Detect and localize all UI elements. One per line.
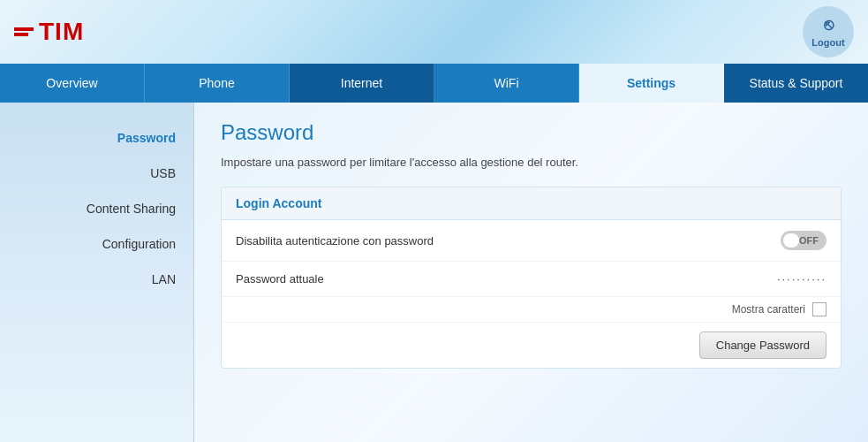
show-chars-label: Mostra caratteri xyxy=(732,303,805,316)
page-description: Impostare una password per limitare l'ac… xyxy=(221,156,842,169)
logout-button[interactable]: ⎋ Logout xyxy=(803,6,854,57)
brand-name: TIM xyxy=(39,18,84,46)
show-chars-checkbox[interactable] xyxy=(812,302,826,316)
current-password-label: Password attuale xyxy=(236,272,324,286)
disable-auth-row: Disabilita autenticazione con password O… xyxy=(222,220,841,262)
logo: TIM xyxy=(14,18,84,46)
logout-label: Logout xyxy=(811,37,844,48)
main-content: Password Impostare una password per limi… xyxy=(194,103,868,442)
disable-auth-label: Disabilita autenticazione con password xyxy=(236,234,434,248)
toggle-off-label: OFF xyxy=(799,235,822,246)
sidebar-item-usb[interactable]: USB xyxy=(0,156,193,191)
sidebar-item-content-sharing[interactable]: Content Sharing xyxy=(0,191,193,226)
page-title: Password xyxy=(221,120,842,145)
nav-item-support[interactable]: Status & Support xyxy=(724,64,868,103)
sidebar-item-password[interactable]: Password xyxy=(0,120,193,156)
show-chars-row: Mostra caratteri xyxy=(222,297,841,323)
sidebar-item-lan[interactable]: LAN xyxy=(0,262,193,297)
nav-item-overview[interactable]: Overview xyxy=(0,64,145,103)
section-title: Login Account xyxy=(222,187,841,220)
disable-auth-toggle[interactable]: OFF xyxy=(781,231,826,250)
current-password-value: ·········· xyxy=(777,272,826,286)
current-password-row: Password attuale ·········· xyxy=(222,262,841,297)
nav-item-phone[interactable]: Phone xyxy=(145,64,290,103)
nav-item-internet[interactable]: Internet xyxy=(290,64,434,103)
login-account-section: Login Account Disabilita autenticazione … xyxy=(221,187,842,369)
sidebar: Password USB Content Sharing Configurati… xyxy=(0,103,194,442)
change-password-row: Change Password xyxy=(222,323,841,368)
nav-item-settings[interactable]: Settings xyxy=(579,64,724,103)
change-password-button[interactable]: Change Password xyxy=(699,332,826,359)
logo-bars-icon xyxy=(14,27,34,36)
logout-icon: ⎋ xyxy=(824,16,834,34)
header: TIM ⎋ Logout xyxy=(0,0,868,64)
main-nav: Overview Phone Internet WiFi Settings St… xyxy=(0,64,868,103)
content-area: Password USB Content Sharing Configurati… xyxy=(0,103,868,442)
nav-item-wifi[interactable]: WiFi xyxy=(434,64,579,103)
sidebar-item-configuration[interactable]: Configuration xyxy=(0,226,193,262)
